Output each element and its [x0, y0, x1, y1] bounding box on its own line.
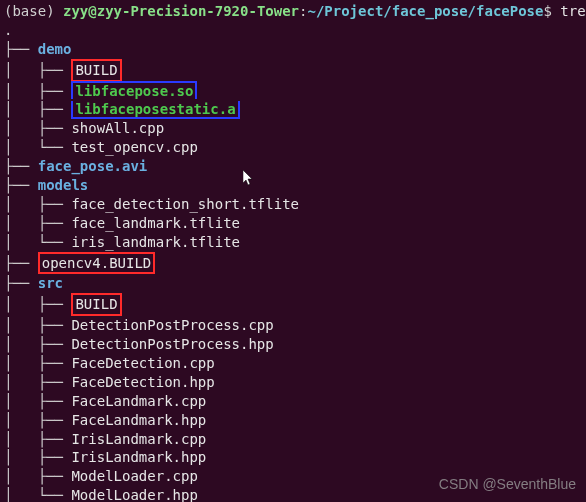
tree-row: ├── face_pose.avi: [4, 157, 582, 176]
tree-row: ├── src: [4, 274, 582, 293]
tree-row: │ ├── FaceDetection.cpp: [4, 354, 582, 373]
tree-row: │ ├── libfacepose.so: [4, 82, 582, 101]
tree-entry: ModelLoader.cpp: [71, 468, 197, 484]
tree-entry: libfaceposestatic.a: [75, 101, 235, 117]
highlight-blue: libfacepose.so: [71, 81, 197, 99]
tree-branch: │ ├──: [4, 120, 71, 136]
tree-row: ├── models: [4, 176, 582, 195]
tree-branch: │ └──: [4, 234, 71, 250]
tree-branch: │ ├──: [4, 355, 71, 371]
tree-entry: FaceLandmark.hpp: [71, 412, 206, 428]
highlight-blue: libfaceposestatic.a: [71, 101, 239, 119]
tree-row: │ ├── BUILD: [4, 293, 582, 316]
tree-row: ├── demo: [4, 40, 582, 59]
tree-row: │ └── test_opencv.cpp: [4, 138, 582, 157]
tree-entry: showAll.cpp: [71, 120, 164, 136]
env-prefix: (base): [4, 3, 63, 19]
tree-branch: │ ├──: [4, 336, 71, 352]
tree-branch: │ ├──: [4, 431, 71, 447]
tree-branch: .: [4, 22, 12, 38]
highlight-red: BUILD: [71, 59, 121, 82]
tree-row: │ ├── BUILD: [4, 59, 582, 82]
tree-entry: iris_landmark.tflite: [71, 234, 240, 250]
tree-entry: DetectionPostProcess.cpp: [71, 317, 273, 333]
tree-row: │ ├── FaceLandmark.hpp: [4, 411, 582, 430]
tree-entry: libfacepose.so: [75, 83, 193, 99]
tree-branch: ├──: [4, 158, 38, 174]
tree-branch: │ ├──: [4, 393, 71, 409]
tree-row: │ ├── DetectionPostProcess.hpp: [4, 335, 582, 354]
tree-row: ├── opencv4.BUILD: [4, 252, 582, 275]
tree-entry: face_detection_short.tflite: [71, 196, 299, 212]
prompt-line[interactable]: (base) zyy@zyy-Precision-7920-Tower:~/Pr…: [4, 2, 582, 21]
tree-row: │ ├── libfaceposestatic.a: [4, 100, 582, 119]
tree-branch: │ ├──: [4, 215, 71, 231]
tree-entry: FaceDetection.hpp: [71, 374, 214, 390]
tree-row: │ ├── showAll.cpp: [4, 119, 582, 138]
tree-branch: │ ├──: [4, 449, 71, 465]
tree-entry: IrisLandmark.cpp: [71, 431, 206, 447]
tree-entry: models: [38, 177, 89, 193]
tree-entry: BUILD: [75, 296, 117, 312]
tree-row: │ ├── FaceLandmark.cpp: [4, 392, 582, 411]
tree-entry: BUILD: [75, 62, 117, 78]
tree-entry: ModelLoader.hpp: [71, 487, 197, 502]
tree-row: │ └── iris_landmark.tflite: [4, 233, 582, 252]
dollar-sign: $: [543, 3, 551, 19]
highlight-red: opencv4.BUILD: [38, 252, 156, 275]
highlight-red: BUILD: [71, 293, 121, 316]
tree-branch: │ ├──: [4, 196, 71, 212]
tree-entry: opencv4.BUILD: [42, 255, 152, 271]
tree-branch: │ └──: [4, 139, 71, 155]
tree-row: │ ├── face_landmark.tflite: [4, 214, 582, 233]
tree-entry: DetectionPostProcess.hpp: [71, 336, 273, 352]
tree-branch: │ ├──: [4, 83, 71, 99]
tree-branch: │ ├──: [4, 374, 71, 390]
tree-entry: face_pose.avi: [38, 158, 148, 174]
tree-entry: test_opencv.cpp: [71, 139, 197, 155]
tree-row: │ ├── IrisLandmark.hpp: [4, 448, 582, 467]
tree-branch: │ ├──: [4, 317, 71, 333]
watermark: CSDN @SeventhBlue: [439, 475, 576, 494]
tree-entry: src: [38, 275, 63, 291]
tree-output: .├── demo│ ├── BUILD│ ├── libfacepose.so…: [4, 21, 582, 502]
command-text: tree: [552, 3, 586, 19]
tree-branch: ├──: [4, 177, 38, 193]
tree-entry: FaceLandmark.cpp: [71, 393, 206, 409]
tree-entry: demo: [38, 41, 72, 57]
tree-row: │ ├── IrisLandmark.cpp: [4, 430, 582, 449]
tree-branch: │ ├──: [4, 296, 71, 312]
tree-branch: │ └──: [4, 487, 71, 502]
tree-entry: FaceDetection.cpp: [71, 355, 214, 371]
tree-branch: │ ├──: [4, 62, 71, 78]
tree-branch: ├──: [4, 275, 38, 291]
tree-row: .: [4, 21, 582, 40]
tree-branch: │ ├──: [4, 412, 71, 428]
cwd-path: ~/Project/face_pose/facePose: [307, 3, 543, 19]
user-host: zyy@zyy-Precision-7920-Tower: [63, 3, 299, 19]
tree-branch: │ ├──: [4, 468, 71, 484]
tree-row: │ ├── face_detection_short.tflite: [4, 195, 582, 214]
tree-branch: │ ├──: [4, 101, 71, 117]
tree-branch: ├──: [4, 41, 38, 57]
tree-row: │ ├── DetectionPostProcess.cpp: [4, 316, 582, 335]
tree-entry: face_landmark.tflite: [71, 215, 240, 231]
tree-entry: IrisLandmark.hpp: [71, 449, 206, 465]
tree-branch: ├──: [4, 255, 38, 271]
tree-row: │ ├── FaceDetection.hpp: [4, 373, 582, 392]
